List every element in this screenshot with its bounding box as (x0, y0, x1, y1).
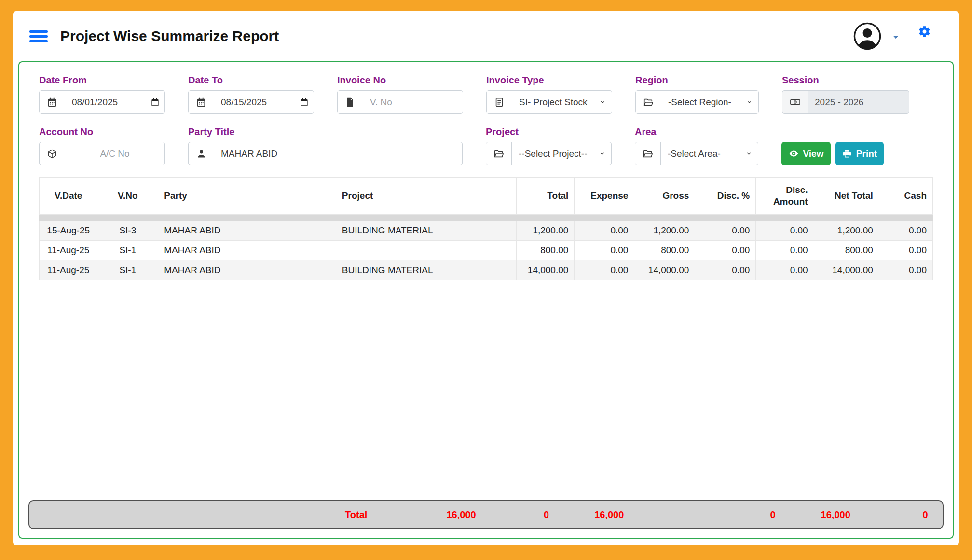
table-cell: 0.00 (575, 260, 634, 280)
column-header: Expense (575, 178, 634, 215)
table-cell: 800.00 (634, 240, 695, 260)
invoice-type-field: Invoice Type SI- Project Stock (486, 75, 612, 114)
totals-gross: 16,000 (549, 509, 624, 520)
invoice-no-field: Invoice No (337, 75, 463, 114)
invoice-type-value: SI- Project Stock (519, 97, 597, 108)
table-cell: 1,200.00 (814, 220, 879, 240)
table-row: 11-Aug-25SI-1MAHAR ABIDBUILDING MATERIAL… (40, 260, 933, 280)
table-body: 15-Aug-25SI-3MAHAR ABIDBUILDING MATERIAL… (40, 220, 933, 280)
calendar-icon (39, 90, 65, 114)
area-field: Area -Select Area- (635, 126, 758, 165)
table-cell: SI-3 (97, 220, 158, 240)
report-table: V.DateV.NoPartyProjectTotalExpenseGrossD… (39, 177, 933, 280)
column-header: Net Total (814, 178, 879, 215)
area-select[interactable]: -Select Area- (661, 142, 758, 165)
date-picker-icon[interactable] (151, 97, 160, 107)
package-icon (39, 142, 65, 165)
person-icon (188, 142, 214, 165)
file-icon (337, 90, 363, 114)
totals-cash: 0 (850, 509, 928, 520)
table-cell: SI-1 (97, 240, 158, 260)
table-cell: 0.00 (756, 260, 814, 280)
account-no-field: Account No (39, 126, 165, 165)
totals-net-total: 16,000 (776, 509, 850, 520)
column-header: Gross (634, 178, 695, 215)
region-field: Region -Select Region- (635, 75, 759, 114)
date-to-field: Date To (188, 75, 314, 114)
header: Project Wise Summarize Report (13, 11, 959, 61)
date-from-input[interactable] (65, 90, 165, 114)
table-header-spacer (40, 214, 933, 220)
chevron-down-icon (599, 150, 605, 157)
project-value: --Select Project-- (519, 149, 596, 159)
menu-icon[interactable] (29, 28, 48, 45)
filter-panel: Date From Date To (19, 62, 953, 165)
table-row: 11-Aug-25SI-1MAHAR ABID800.000.00800.000… (40, 240, 933, 260)
region-select[interactable]: -Select Region- (661, 90, 759, 114)
page-title: Project Wise Summarize Report (60, 28, 279, 44)
table-cell: BUILDING MATERIAL (336, 220, 516, 240)
table-cell: 15-Aug-25 (40, 220, 97, 240)
table-cell: 0.00 (695, 240, 756, 260)
totals-disc-amount: 0 (624, 509, 775, 520)
table-cell: 0.00 (756, 220, 814, 240)
view-button[interactable]: View (781, 142, 831, 165)
party-title-input[interactable] (214, 142, 463, 165)
table-cell: MAHAR ABID (158, 260, 336, 280)
table-cell: 0.00 (575, 240, 634, 260)
calendar-icon (188, 90, 214, 114)
date-picker-icon[interactable] (300, 97, 309, 107)
user-avatar[interactable] (853, 22, 881, 50)
table-cell: 14,000.00 (634, 260, 695, 280)
project-select[interactable]: --Select Project-- (512, 142, 612, 165)
settings-gear-icon[interactable] (918, 25, 931, 40)
table-header-row: V.DateV.NoPartyProjectTotalExpenseGrossD… (40, 178, 933, 215)
document-icon (486, 90, 512, 114)
table-cell: 0.00 (879, 220, 932, 240)
table-cell: 11-Aug-25 (40, 240, 97, 260)
column-header: Cash (879, 178, 932, 215)
region-value: -Select Region- (668, 97, 743, 108)
column-header: V.No (97, 178, 158, 215)
folder-open-icon (635, 90, 661, 114)
column-header: Party (158, 178, 336, 215)
table-cell: 14,000.00 (814, 260, 879, 280)
column-header: Disc. Amount (756, 178, 814, 215)
party-title-field: Party Title (188, 126, 463, 165)
session-input (808, 90, 909, 114)
area-label: Area (635, 126, 758, 137)
table-cell: 0.00 (879, 260, 932, 280)
column-header: V.Date (40, 178, 97, 215)
date-to-input[interactable] (214, 90, 314, 114)
area-value: -Select Area- (668, 149, 743, 159)
profile-dropdown-caret-icon[interactable] (892, 33, 900, 43)
print-button-label: Print (856, 149, 877, 159)
table-cell: MAHAR ABID (158, 220, 336, 240)
project-field: Project --Select Project-- (486, 126, 612, 165)
column-header: Project (336, 178, 516, 215)
table-cell: 1,200.00 (516, 220, 574, 240)
invoice-no-label: Invoice No (337, 75, 463, 86)
table-cell: MAHAR ABID (158, 240, 336, 260)
column-header: Total (516, 178, 574, 215)
session-field: Session (782, 75, 909, 114)
chevron-down-icon (600, 99, 606, 105)
report-panel: Date From Date To (18, 61, 954, 539)
print-button[interactable]: Print (835, 142, 884, 165)
account-no-label: Account No (39, 126, 165, 137)
invoice-type-select[interactable]: SI- Project Stock (512, 90, 612, 114)
party-title-label: Party Title (188, 126, 463, 137)
region-label: Region (635, 75, 759, 86)
table-cell: 1,200.00 (634, 220, 695, 240)
table-cell: 14,000.00 (516, 260, 574, 280)
totals-label: Total (29, 509, 367, 520)
printer-icon (842, 149, 852, 159)
account-no-input[interactable] (65, 142, 165, 165)
totals-bar: Total 16,000 0 16,000 0 16,000 0 (28, 500, 944, 529)
main-window: Project Wise Summarize Report Date From (13, 11, 959, 545)
invoice-no-input[interactable] (363, 90, 463, 114)
column-header: Disc. % (695, 178, 756, 215)
folder-open-icon (486, 142, 512, 165)
table-cell: 800.00 (814, 240, 879, 260)
totals-expense: 0 (476, 509, 549, 520)
